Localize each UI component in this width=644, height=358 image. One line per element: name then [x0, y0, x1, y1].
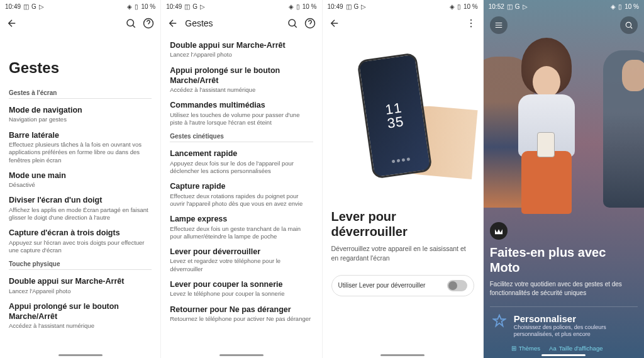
item-long-press-power[interactable]: Appui prolongé sur le bouton Marche/Arrê…	[9, 301, 152, 330]
item-desc: Levez et regardez votre téléphone pour l…	[170, 257, 313, 273]
battery-icon: ▯	[457, 3, 461, 10]
svg-point-6	[470, 26, 472, 27]
wifi-icon: ◈	[450, 3, 455, 10]
wifi-icon: ◈	[611, 3, 616, 10]
link-label: Thèmes	[519, 345, 540, 352]
google-icon: G	[515, 3, 520, 10]
screen-gestures-main: 10:49 ◫ G ▷ ◈ ▯ 10 % Gestes	[0, 0, 161, 358]
status-time: 10:49	[5, 3, 21, 10]
item-three-finger-screenshot[interactable]: Capture d'écran à trois doigts Appuyez s…	[9, 228, 152, 254]
play-icon: ▷	[361, 3, 366, 10]
screen-lift-unlock-detail: 10:49 ◫ G ▷ ◈ ▯ 10 %	[323, 0, 484, 358]
status-time: 10:52	[489, 3, 504, 10]
card-title: Personnaliser	[514, 313, 635, 324]
battery-pct: 10 %	[141, 3, 155, 10]
nav-hint-bar[interactable]	[380, 354, 425, 356]
back-icon[interactable]	[329, 18, 340, 29]
item-title: Capture rapide	[170, 181, 313, 191]
screen-moto-app: 10:52 ◫ G ▷ ◈ ▯ 10 %	[484, 0, 644, 358]
toggle-lift-unlock[interactable]: Utiliser Lever pour déverrouiller	[331, 275, 474, 296]
battery-icon: ▯	[296, 3, 300, 10]
phone-minute: 35	[387, 115, 405, 130]
svg-point-7	[626, 22, 631, 27]
hero-illustration	[484, 31, 644, 220]
status-bar: 10:49 ◫ G ▷ ◈ ▯ 10 %	[161, 0, 321, 13]
no-sim-icon: ◫	[507, 3, 513, 10]
link-display-size[interactable]: Aa Taille d'affichage	[549, 345, 602, 352]
play-icon: ▷	[523, 3, 528, 10]
item-navigation-mode[interactable]: Mode de navigation Navigation par gestes	[9, 105, 152, 124]
text-size-icon: Aa	[549, 345, 557, 352]
status-bar: 10:49 ◫ G ▷ ◈ ▯ 10 %	[323, 0, 483, 13]
item-media-controls[interactable]: Commandes multimédias Utilisez les touch…	[170, 100, 313, 126]
battery-icon: ▯	[618, 3, 622, 10]
nav-hint-bar[interactable]	[219, 354, 264, 356]
battery-icon: ▯	[135, 3, 138, 10]
item-flip-dnd[interactable]: Retourner pour Ne pas déranger Retournez…	[170, 305, 313, 323]
topbar: Gestes	[161, 13, 321, 34]
svg-point-2	[289, 20, 296, 26]
item-split-screen[interactable]: Diviser l'écran d'un doigt Affichez les …	[9, 195, 152, 221]
google-icon: G	[354, 3, 359, 10]
nav-hint-bar[interactable]	[541, 354, 586, 356]
item-lift-silence[interactable]: Lever pour couper la sonnerie Levez le t…	[170, 279, 313, 298]
more-icon[interactable]	[465, 18, 477, 29]
feature-desc: Déverrouillez votre appareil en le saisi…	[331, 244, 474, 262]
item-title: Lever pour déverrouiller	[170, 247, 313, 257]
item-desc: Désactivé	[9, 181, 152, 189]
grid-icon: ⊞	[511, 345, 516, 352]
section-kinetic-gestures: Gestes cinétiques	[170, 133, 313, 142]
wifi-icon: ◈	[289, 3, 294, 10]
topbar	[0, 13, 160, 34]
item-desc: Lancez l'Appareil photo	[170, 51, 313, 59]
item-long-press-power[interactable]: Appui prolongé sur le bouton Marche/Arrê…	[170, 65, 313, 94]
item-title: Barre latérale	[9, 130, 152, 140]
play-icon: ▷	[200, 3, 205, 10]
item-double-tap-power[interactable]: Double appui sur Marche-Arrêt Lancez l'A…	[170, 40, 313, 59]
nav-hint-bar[interactable]	[58, 354, 103, 356]
svg-point-4	[470, 20, 472, 21]
toggle-label: Utiliser Lever pour déverrouiller	[338, 282, 426, 289]
item-quick-capture[interactable]: Capture rapide Effectuez deux rotations …	[170, 181, 313, 208]
item-double-tap-power[interactable]: Double appui sur Marche-Arrêt Lancez l'A…	[9, 276, 152, 295]
no-sim-icon: ◫	[184, 3, 190, 10]
item-flashlight[interactable]: Lampe express Effectuez deux fois un ges…	[170, 214, 313, 240]
hero-title: Faites-en plus avec Moto	[490, 245, 638, 275]
link-label: Taille d'affichage	[559, 345, 603, 352]
item-one-hand[interactable]: Mode une main Désactivé	[9, 171, 152, 189]
brush-icon	[492, 313, 508, 328]
status-time: 10:49	[166, 3, 182, 10]
search-icon[interactable]	[287, 18, 298, 29]
item-title: Lever pour couper la sonnerie	[170, 279, 313, 289]
status-bar: 10:49 ◫ G ▷ ◈ ▯ 10 %	[0, 0, 160, 13]
card-desc: Choisissez des polices, des couleurs per…	[514, 324, 635, 338]
link-themes[interactable]: ⊞ Thèmes	[511, 345, 540, 352]
item-lift-unlock[interactable]: Lever pour déverrouiller Levez et regard…	[170, 247, 313, 273]
item-title: Appui prolongé sur le bouton Marche/Arrê…	[9, 301, 152, 322]
item-desc: Navigation par gestes	[9, 116, 152, 123]
back-icon[interactable]	[167, 18, 179, 29]
status-bar: 10:52 ◫ G ▷ ◈ ▯ 10 %	[484, 0, 644, 13]
search-icon[interactable]	[125, 18, 136, 29]
item-desc: Levez le téléphone pour couper la sonner…	[170, 290, 313, 298]
header-title: Gestes	[185, 18, 213, 28]
help-icon[interactable]	[304, 18, 316, 29]
battery-pct: 10 %	[625, 3, 639, 10]
toggle-switch[interactable]	[447, 280, 467, 291]
battery-pct: 10 %	[464, 3, 478, 10]
feature-title: Lever pour déverrouiller	[331, 209, 474, 239]
item-desc: Effectuez plusieurs tâches à la fois en …	[9, 141, 152, 164]
item-sidebar[interactable]: Barre latérale Effectuez plusieurs tâche…	[9, 130, 152, 164]
item-desc: Lancez l'Appareil photo	[9, 288, 152, 295]
no-sim-icon: ◫	[346, 3, 352, 10]
card-personalize[interactable]: Personnaliser Choisissez des polices, de…	[490, 310, 638, 342]
section-screen-gestures: Gestes à l'écran	[9, 89, 152, 99]
item-quick-launch[interactable]: Lancement rapide Appuyez deux fois sur l…	[170, 148, 313, 175]
play-icon: ▷	[39, 3, 44, 10]
item-title: Double appui sur Marche-Arrêt	[170, 40, 313, 50]
no-sim-icon: ◫	[23, 3, 29, 10]
illustration-phone-hand: 11 35	[331, 40, 474, 198]
section-physical-key: Touche physique	[9, 260, 152, 270]
help-icon[interactable]	[143, 18, 154, 29]
back-icon[interactable]	[6, 18, 18, 29]
